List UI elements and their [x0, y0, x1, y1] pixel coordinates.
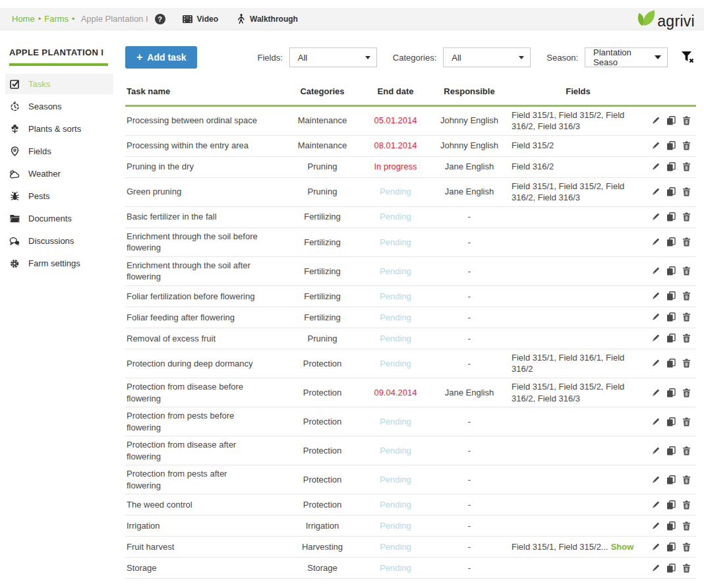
pencil-icon — [651, 116, 660, 125]
delete-task-button[interactable] — [682, 417, 691, 426]
video-icon — [183, 14, 193, 24]
farm-name-title: APPLE PLANTATION I — [9, 47, 112, 57]
delete-task-button[interactable] — [682, 543, 691, 552]
delete-task-button[interactable] — [682, 116, 691, 125]
delete-task-button[interactable] — [682, 212, 691, 221]
delete-task-button[interactable] — [682, 266, 691, 276]
copy-task-button[interactable] — [666, 388, 676, 397]
edit-task-button[interactable] — [651, 237, 660, 247]
edit-task-button[interactable] — [651, 543, 660, 552]
sidebar-item-tasks[interactable]: Tasks — [5, 74, 113, 94]
delete-task-button[interactable] — [682, 237, 691, 247]
fields-filter-dropdown[interactable]: All — [289, 47, 377, 67]
sidebar-item-seasons[interactable]: Seasons — [5, 96, 113, 117]
sidebar-item-discussions[interactable]: Discussions — [5, 231, 113, 251]
delete-task-button[interactable] — [682, 162, 691, 171]
edit-task-button[interactable] — [651, 312, 660, 322]
sidebar-item-pests[interactable]: Pests — [5, 186, 113, 206]
edit-task-button[interactable] — [651, 521, 660, 531]
table-row: Protection from disease after flowering … — [125, 436, 696, 465]
task-responsible: - — [432, 358, 506, 370]
copy-task-button[interactable] — [666, 500, 676, 510]
copy-icon — [666, 162, 676, 171]
task-category: Pruning — [286, 186, 359, 198]
add-task-button[interactable]: + Add task — [125, 46, 197, 69]
edit-task-button[interactable] — [651, 187, 660, 196]
sidebar-item-fields[interactable]: Fields — [5, 141, 113, 162]
show-fields-link[interactable]: Show — [611, 542, 634, 552]
copy-task-button[interactable] — [666, 475, 676, 485]
task-responsible: - — [432, 312, 506, 324]
edit-task-button[interactable] — [651, 141, 660, 150]
edit-task-button[interactable] — [651, 212, 660, 221]
edit-task-button[interactable] — [651, 417, 660, 426]
delete-task-button[interactable] — [682, 141, 691, 150]
table-row: Protection from disease before flowering… — [125, 378, 696, 407]
copy-task-button[interactable] — [666, 334, 676, 343]
copy-task-button[interactable] — [666, 543, 676, 552]
categories-filter-dropdown[interactable]: All — [443, 47, 531, 67]
delete-task-button[interactable] — [682, 446, 691, 456]
copy-task-button[interactable] — [666, 116, 676, 125]
sidebar-item-documents[interactable]: Documents — [5, 208, 113, 229]
agrivi-logo[interactable]: agrivi — [636, 9, 695, 29]
delete-task-button[interactable] — [682, 475, 691, 485]
walkthrough-link[interactable]: Walkthrough — [235, 14, 298, 24]
edit-task-button[interactable] — [651, 564, 660, 573]
edit-task-button[interactable] — [651, 334, 660, 343]
edit-task-button[interactable] — [651, 266, 660, 276]
breadcrumb-farms-link[interactable]: Farms — [44, 14, 69, 24]
copy-task-button[interactable] — [666, 266, 676, 276]
delete-task-button[interactable] — [682, 500, 691, 510]
pencil-icon — [651, 543, 660, 552]
copy-task-button[interactable] — [666, 237, 676, 247]
copy-task-button[interactable] — [666, 141, 676, 150]
delete-task-button[interactable] — [682, 359, 691, 368]
edit-task-button[interactable] — [651, 475, 660, 485]
task-fields-text: Field 316/2 — [512, 162, 554, 171]
sidebar-item-label: Fields — [28, 146, 51, 156]
copy-icon — [666, 521, 676, 531]
trash-icon — [682, 116, 691, 125]
video-link[interactable]: Video — [183, 14, 218, 24]
sidebar-item-farm-settings[interactable]: Farm settings — [5, 253, 113, 274]
delete-task-button[interactable] — [682, 564, 691, 573]
copy-task-button[interactable] — [666, 359, 676, 368]
edit-task-button[interactable] — [651, 359, 660, 368]
sidebar-item-plants-sorts[interactable]: Plants & sorts — [5, 119, 113, 139]
copy-task-button[interactable] — [666, 312, 676, 322]
edit-task-button[interactable] — [651, 388, 660, 397]
video-label: Video — [197, 15, 218, 24]
clear-filters-icon[interactable] — [681, 51, 696, 64]
task-responsible: - — [432, 520, 506, 532]
delete-task-button[interactable] — [682, 521, 691, 531]
copy-task-button[interactable] — [666, 187, 676, 196]
tasks-toolbar: + Add task Fields: All Categories: All S… — [125, 46, 696, 69]
edit-task-button[interactable] — [651, 291, 660, 301]
task-responsible: - — [432, 474, 506, 486]
edit-task-button[interactable] — [651, 116, 660, 125]
sidebar-item-weather[interactable]: Weather — [5, 163, 113, 184]
season-filter-dropdown[interactable]: Plantation Seaso — [585, 47, 668, 67]
delete-task-button[interactable] — [682, 187, 691, 196]
help-icon[interactable]: ? — [155, 14, 165, 24]
delete-task-button[interactable] — [682, 334, 691, 343]
breadcrumb-home-link[interactable]: Home — [12, 14, 35, 24]
copy-task-button[interactable] — [666, 162, 676, 171]
copy-task-button[interactable] — [666, 417, 676, 426]
delete-task-button[interactable] — [682, 312, 691, 322]
edit-task-button[interactable] — [651, 162, 660, 171]
task-actions — [645, 237, 696, 247]
copy-task-button[interactable] — [666, 291, 676, 301]
copy-task-button[interactable] — [666, 521, 676, 531]
edit-task-button[interactable] — [651, 446, 660, 456]
delete-task-button[interactable] — [682, 388, 691, 397]
copy-task-button[interactable] — [666, 446, 676, 456]
delete-task-button[interactable] — [682, 291, 691, 301]
pencil-icon — [651, 291, 660, 301]
copy-task-button[interactable] — [666, 212, 676, 221]
edit-task-button[interactable] — [651, 500, 660, 510]
copy-task-button[interactable] — [666, 564, 676, 573]
table-row: Enrichment through the soil before flowe… — [125, 228, 696, 257]
task-fields-text: Field 315/2 — [512, 140, 554, 150]
